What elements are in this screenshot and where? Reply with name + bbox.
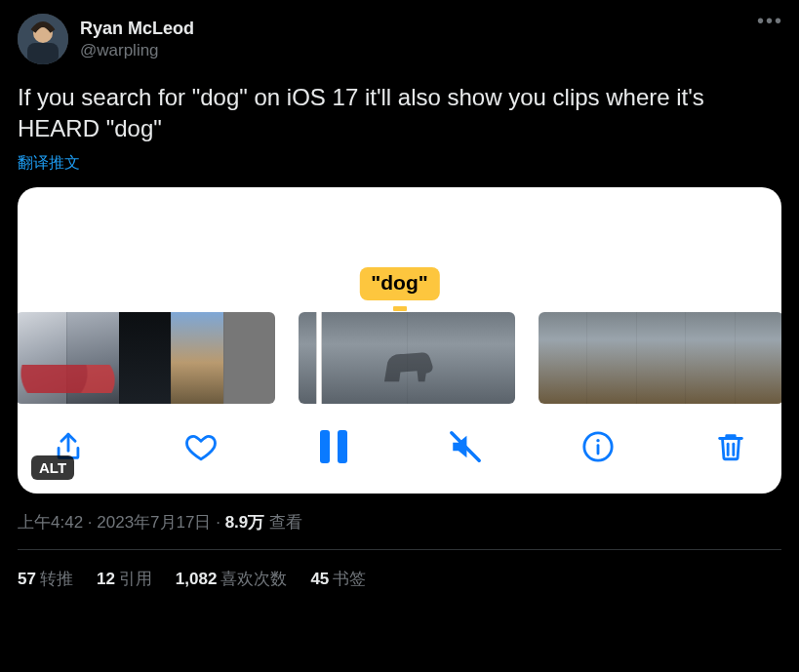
media-card[interactable]: "dog" [18, 187, 781, 494]
tweet-date[interactable]: 2023年7月17日 [97, 513, 211, 532]
info-button[interactable] [577, 425, 619, 468]
tweet-time[interactable]: 上午4:42 [18, 513, 83, 532]
quotes-stat[interactable]: 12引用 [97, 568, 152, 590]
thumb [223, 312, 275, 404]
likes-stat[interactable]: 1,082喜欢次数 [176, 568, 288, 590]
caption-bubble: "dog" [359, 267, 439, 300]
thumb [171, 312, 222, 404]
trash-icon [714, 430, 747, 463]
thumb [735, 312, 781, 404]
tweet-container: ••• Ryan McLeod @warpling If you search … [0, 0, 799, 590]
tweet-body-text: If you search for "dog" on iOS 17 it'll … [18, 82, 781, 145]
clip-group-3[interactable] [539, 312, 781, 404]
pause-icon [320, 430, 347, 463]
mute-button[interactable] [444, 425, 487, 468]
bookmarks-stat[interactable]: 45书签 [310, 568, 366, 590]
video-timeline[interactable] [18, 312, 781, 404]
thumb [685, 312, 734, 404]
timeline-playhead[interactable] [316, 312, 322, 404]
delete-button[interactable] [709, 425, 752, 468]
thumb [539, 312, 586, 404]
author-name-block[interactable]: Ryan McLeod @warpling [80, 18, 194, 60]
thumb [586, 312, 635, 404]
tweet-header: Ryan McLeod @warpling [18, 14, 781, 64]
translate-link[interactable]: 翻译推文 [18, 153, 80, 174]
clip-group-2[interactable] [299, 312, 515, 404]
thumb [636, 312, 685, 404]
media-toolbar [18, 404, 781, 494]
alt-badge[interactable]: ALT [31, 455, 74, 480]
avatar-image [18, 14, 68, 64]
heart-icon [184, 430, 218, 463]
author-handle: @warpling [80, 40, 194, 60]
thumb [407, 312, 516, 404]
playhead-marker-top [393, 306, 407, 311]
clip-group-1[interactable] [18, 312, 275, 404]
like-button[interactable] [180, 425, 222, 468]
info-icon [581, 430, 615, 463]
retweets-stat[interactable]: 57转推 [18, 568, 73, 590]
views-count: 8.9万 [225, 513, 265, 532]
views-label: 查看 [264, 513, 302, 532]
more-options-icon[interactable]: ••• [757, 10, 783, 32]
svg-rect-2 [27, 43, 59, 64]
tweet-stats: 57转推 12引用 1,082喜欢次数 45书签 [18, 550, 781, 590]
pause-button[interactable] [312, 425, 355, 468]
speaker-muted-icon [449, 430, 482, 463]
author-display-name: Ryan McLeod [80, 18, 194, 40]
avatar[interactable] [18, 14, 68, 64]
svg-point-6 [596, 439, 599, 442]
tweet-meta: 上午4:42 · 2023年7月17日 · 8.9万 查看 [18, 511, 781, 534]
dog-silhouette-icon [331, 334, 482, 398]
